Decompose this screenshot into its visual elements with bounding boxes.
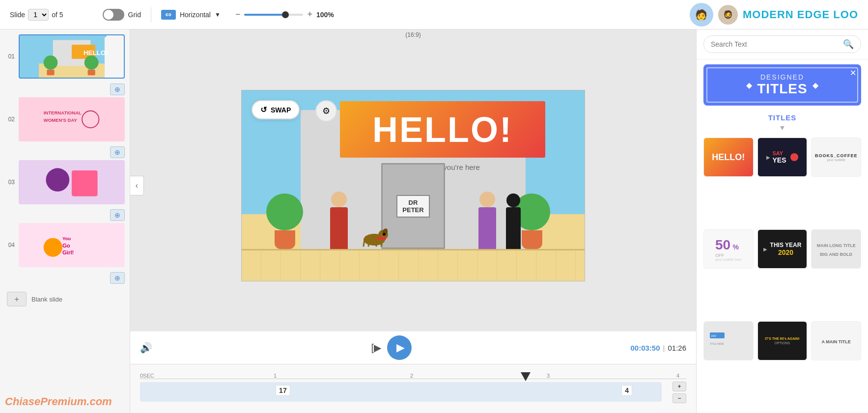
timeline-zoom-controls: + − — [672, 382, 686, 403]
horizontal-icon: ⇔ — [161, 10, 176, 20]
svg-text:Girl!: Girl! — [62, 249, 74, 255]
svg-line-25 — [364, 240, 364, 246]
title-card-r3-2[interactable]: IT'S THE 60's AGAIN! OPTIONS — [757, 321, 808, 360]
dog-icon — [360, 222, 389, 247]
character-1 — [330, 192, 348, 249]
orientation-label: Horizontal — [180, 11, 211, 19]
slide-thumbnail-4[interactable]: You Go Girl! — [19, 223, 125, 267]
slide-label: Slide — [10, 11, 25, 19]
chevron-down-icon: ▼ — [697, 124, 868, 134]
slide-thumbnail-2[interactable]: INTERNATIONAL WOMEN'S DAY — [19, 97, 125, 141]
title-card-hello[interactable]: HELLO! — [703, 138, 754, 177]
gear-icon: ⚙ — [322, 106, 330, 116]
play-icon: ▶ — [396, 341, 405, 354]
svg-point-24 — [383, 233, 386, 236]
svg-text:HELLO!: HELLO! — [84, 49, 108, 56]
slide-2-preview: INTERNATIONAL WOMEN'S DAY — [20, 98, 124, 140]
title-card-main-title[interactable]: MAIN LONG TITLE BIG AND BOLD — [811, 229, 861, 269]
off-text: OFF — [715, 253, 742, 258]
titles-grid: HELLO! ▶ SAY YES BOO — [697, 134, 868, 413]
timeline-zoom-out-button[interactable]: − — [672, 393, 686, 403]
volume-button[interactable]: 🔊 — [140, 342, 152, 354]
card-year-content: ▶ THIS YEAR 2020 — [763, 242, 802, 256]
hello-banner: HELLO! — [340, 101, 545, 158]
zoom-plus-button[interactable]: + — [307, 9, 312, 20]
title-card-books-coffee[interactable]: BOOKS_COFFEE your subtitle — [811, 138, 861, 177]
diamond-left-icon: ◆ — [746, 81, 752, 90]
time-separator: | — [663, 344, 665, 352]
brand-name: MODERN EDGE LOO — [743, 8, 858, 21]
play-button[interactable]: ▶ — [387, 335, 412, 360]
chevron-down-icon: ▼ — [215, 11, 221, 18]
avatar-secondary[interactable]: 🧔 — [718, 5, 738, 25]
zoom-slider[interactable] — [244, 14, 303, 16]
timeline-playhead[interactable] — [521, 372, 531, 381]
watermark: ChiasePremium.com — [5, 395, 112, 408]
tree-left-pot — [275, 230, 295, 249]
swap-label: SWAP — [271, 106, 291, 114]
slide-item-4: 04 You Go Girl! — [5, 223, 125, 267]
settings-button[interactable]: ⚙ — [315, 100, 337, 122]
svg-text:TITLE HERE: TITLE HERE — [710, 342, 725, 345]
add-blank-slide-row: ＋ Blank slide — [5, 292, 125, 306]
door-sign-line1: DR — [402, 199, 423, 206]
title-card-say-yes[interactable]: ▶ SAY YES — [757, 138, 808, 177]
play-icon-small: ▶ — [766, 155, 770, 160]
timeline-marker-17: 17 — [276, 385, 290, 396]
ruler-3: 3 — [547, 373, 550, 379]
options-text: OPTIONS — [765, 341, 799, 345]
add-blank-slide-button[interactable]: ＋ — [7, 292, 27, 306]
insert-row-4: ⊕ — [5, 272, 125, 284]
canvas-area: (16:9) ‹ HELLO! We are happy you're here… — [130, 29, 696, 413]
time-current: 00:03:50 — [631, 344, 660, 352]
card-books-content: BOOKS_COFFEE your subtitle — [815, 153, 858, 162]
insert-after-2-button[interactable]: ⊕ — [110, 146, 125, 158]
title-card-50-off[interactable]: 50 % OFF your subtitle here — [703, 229, 754, 269]
slide-thumbnail-3[interactable] — [19, 160, 125, 204]
timeline-track[interactable] — [140, 382, 662, 402]
say-label: SAY — [772, 150, 786, 156]
insert-after-1-button[interactable]: ⊕ — [110, 83, 125, 95]
grid-toggle-switch[interactable] — [103, 9, 124, 21]
a-main-title-text: A MAIN TITLE — [822, 339, 851, 344]
slide-nav: Slide 12345 of 5 — [10, 9, 63, 21]
svg-point-17 — [44, 238, 62, 257]
grid-toggle: Grid — [103, 9, 141, 21]
off-sub: your subtitle here — [715, 258, 742, 261]
insert-after-3-button[interactable]: ⊕ — [110, 209, 125, 221]
timeline-zoom-in-button[interactable]: + — [672, 382, 686, 391]
title-card-r3-1[interactable]: 2020 TITLE HERE — [703, 321, 754, 360]
avatar-primary[interactable]: 🧑 — [690, 3, 713, 27]
timeline: 0SEC 1 2 3 4 17 4 + − — [130, 364, 696, 413]
svg-rect-15 — [72, 170, 98, 196]
card-50-content: 50 % OFF your subtitle here — [715, 237, 742, 261]
clip-start-button[interactable]: [▶ — [371, 342, 381, 354]
search-box[interactable]: 🔍 — [703, 35, 861, 53]
door-sign: DR PETER — [396, 195, 429, 218]
title-card-r3-3[interactable]: A MAIN TITLE — [811, 321, 861, 360]
close-banner-button[interactable]: ✕ — [850, 68, 856, 78]
zoom-minus-button[interactable]: − — [235, 9, 241, 20]
swap-button[interactable]: ↺ SWAP — [252, 100, 300, 119]
time-display: 00:03:50 | 01:26 — [631, 344, 687, 352]
dot-accent — [790, 153, 798, 161]
designed-titles-banner[interactable]: ◆ DESIGNED TITLES ◆ ✕ — [703, 64, 861, 106]
char1-body — [330, 207, 348, 249]
orientation-selector[interactable]: ⇔ Horizontal ▼ — [161, 10, 221, 20]
blank-slide-label: Blank slide — [31, 296, 62, 303]
insert-after-4-button[interactable]: ⊕ — [110, 272, 125, 284]
search-icon[interactable]: 🔍 — [843, 39, 854, 50]
svg-point-7 — [84, 55, 99, 70]
collapse-panel-button[interactable]: ‹ — [130, 176, 144, 195]
designed-label: DESIGNED — [757, 73, 807, 81]
slides-panel: 01 HELLO! ⊕ 02 — [0, 29, 130, 413]
svg-point-14 — [46, 168, 69, 192]
title-card-this-year[interactable]: ▶ THIS YEAR 2020 — [757, 229, 808, 269]
slide-thumbnail-1[interactable]: HELLO! — [19, 34, 125, 79]
search-input[interactable] — [711, 40, 839, 48]
char3-head — [506, 193, 520, 207]
slide-number-select[interactable]: 12345 — [28, 9, 49, 21]
char1-head — [331, 192, 347, 207]
card-say-yes-text: SAY YES — [772, 150, 786, 164]
timeline-marker-4: 4 — [621, 385, 632, 396]
